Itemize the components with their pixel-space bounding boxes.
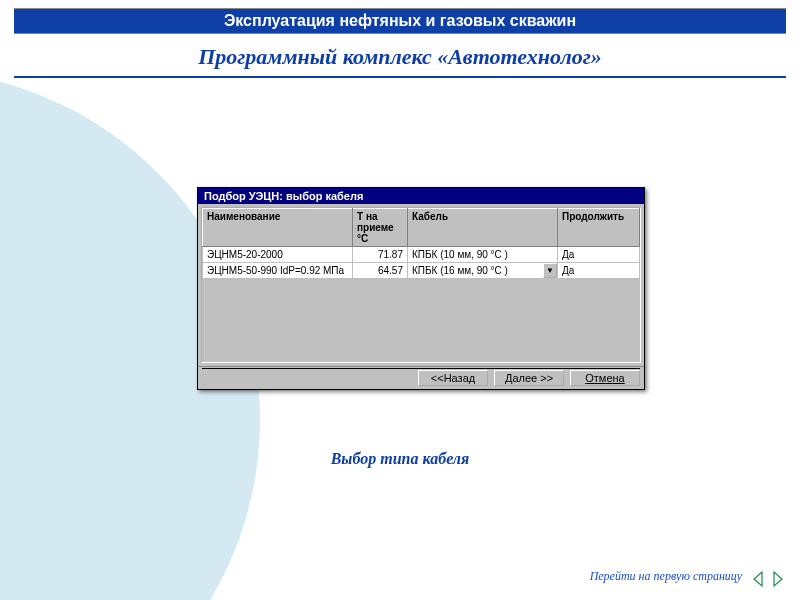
first-page-link[interactable]: Перейти на первую страницу	[590, 569, 742, 584]
nav-arrows	[752, 570, 784, 588]
table-row[interactable]: ЭЦНМ5-20-2000 71.87 КПБК (10 мм, 90 °С )…	[203, 247, 640, 263]
cable-selection-dialog: Подбор УЭЦН: выбор кабеля Наименование Т…	[197, 187, 645, 390]
next-arrow-icon[interactable]	[768, 570, 784, 588]
next-button[interactable]: Далее >>	[494, 370, 564, 386]
svg-marker-0	[754, 572, 762, 586]
dialog-body: Наименование Т на приеме °С Кабель Продо…	[201, 207, 641, 363]
dialog-titlebar: Подбор УЭЦН: выбор кабеля	[198, 188, 644, 204]
slide-caption-text: Выбор типа кабеля	[331, 450, 470, 467]
cell-cable-value: КПБК (16 мм, 90 °С )	[412, 265, 508, 276]
cell-name[interactable]: ЭЦНМ5-20-2000	[203, 247, 353, 263]
course-header: Эксплуатация нефтяных и газовых скважин	[14, 8, 786, 34]
cell-continue[interactable]: Да	[558, 263, 640, 279]
page-title-area: Программный комплекс «Автотехнолог»	[14, 44, 786, 78]
prev-arrow-icon[interactable]	[752, 570, 768, 588]
course-title: Эксплуатация нефтяных и газовых скважин	[224, 12, 576, 29]
slide-caption: Выбор типа кабеля	[0, 450, 800, 468]
cell-name[interactable]: ЭЦНМ5-50-990 IdP=0.92 МПа	[203, 263, 353, 279]
chevron-down-icon[interactable]: ▼	[543, 263, 557, 278]
dialog-title-text: Подбор УЭЦН: выбор кабеля	[204, 190, 363, 202]
table-header-row: Наименование Т на приеме °С Кабель Продо…	[203, 209, 640, 247]
back-button[interactable]: <<Назад	[418, 370, 488, 386]
cell-cable[interactable]: КПБК (10 мм, 90 °С )	[408, 247, 558, 263]
col-name: Наименование	[203, 209, 353, 247]
table-row[interactable]: ЭЦНМ5-50-990 IdP=0.92 МПа 64.57 КПБК (16…	[203, 263, 640, 279]
cancel-button[interactable]: Отмена	[570, 370, 640, 386]
cell-temp[interactable]: 64.57	[353, 263, 408, 279]
col-continue: Продолжить	[558, 209, 640, 247]
cell-cable-dropdown[interactable]: КПБК (16 мм, 90 °С ) ▼	[408, 263, 558, 279]
first-page-link-text: Перейти на первую страницу	[590, 569, 742, 583]
col-cable: Кабель	[408, 209, 558, 247]
cable-table: Наименование Т на приеме °С Кабель Продо…	[202, 208, 640, 279]
col-temp: Т на приеме °С	[353, 209, 408, 247]
page-title: Программный комплекс «Автотехнолог»	[14, 44, 786, 70]
cell-temp[interactable]: 71.87	[353, 247, 408, 263]
svg-marker-1	[774, 572, 782, 586]
dialog-footer: <<Назад Далее >> Отмена	[198, 366, 644, 389]
cell-continue[interactable]: Да	[558, 247, 640, 263]
